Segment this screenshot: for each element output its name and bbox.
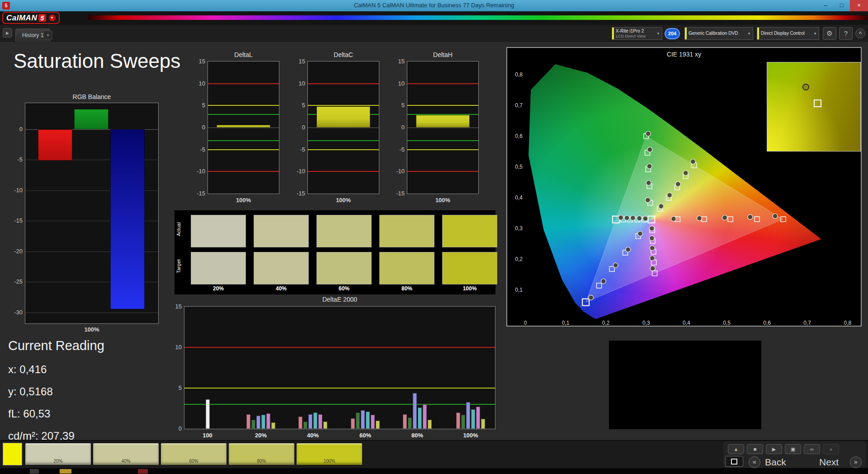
deltaH-bar — [416, 115, 470, 128]
add-tab-button[interactable]: + — [43, 31, 52, 40]
deltae-bar — [466, 402, 470, 429]
back-arrow-button[interactable]: « — [749, 456, 760, 468]
gear-icon[interactable]: ⚙ — [823, 27, 836, 40]
rainbow-stripe — [88, 15, 868, 20]
deltae2000-title: DeltaE 2000 — [184, 296, 495, 303]
expand-arrow-button[interactable]: ▶ — [3, 28, 12, 38]
source-dropdown[interactable]: Generic Calibration DVD ▼ — [684, 27, 753, 40]
minimize-button[interactable]: – — [817, 0, 834, 11]
deltae-bar — [428, 420, 432, 429]
y-tick-label: -15 — [5, 217, 23, 224]
measured-point — [649, 236, 654, 241]
loop-button[interactable]: ∞ — [804, 444, 820, 454]
deltae-bar — [261, 415, 265, 429]
taskbar-app-icon[interactable] — [138, 469, 148, 474]
deltaL-title: DeltaL — [208, 51, 279, 58]
next-button[interactable]: Next — [819, 457, 839, 468]
measured-point — [649, 226, 654, 231]
swatch-column-label: 40% — [276, 285, 287, 292]
deltae-bar — [366, 412, 370, 429]
target-square-icon — [814, 100, 821, 107]
deltae-bar — [256, 416, 260, 429]
folder-icon[interactable] — [60, 469, 71, 474]
swatch-column-label: 60% — [339, 285, 349, 292]
y-tick-label: -5 — [5, 156, 23, 163]
close-button[interactable]: × — [850, 0, 868, 11]
next-arrow-button[interactable]: » — [850, 456, 862, 468]
measured-point — [637, 216, 642, 221]
limit-line — [407, 149, 478, 150]
cie-y-tick: 0,2 — [508, 256, 523, 262]
current-pattern-swatch[interactable] — [3, 443, 22, 465]
app-chrome: CalMAN 5 ▼ — [0, 11, 868, 25]
meter-mode: LCD Direct View — [616, 34, 653, 39]
y-tick-label: -5 — [387, 146, 405, 153]
deltae-bar — [413, 393, 417, 429]
collapse-panel-button[interactable]: ^ — [855, 28, 865, 38]
cie-x-tick: 0,6 — [760, 320, 774, 326]
y-tick-label: 0 — [288, 124, 305, 131]
cie-y-tick: 0,3 — [508, 225, 523, 232]
measured-point — [650, 246, 655, 251]
limit-line — [208, 140, 279, 141]
y-tick-label: 15 — [387, 58, 405, 65]
y-tick-label: 0 — [188, 124, 205, 131]
taskbar-icon[interactable] — [30, 469, 39, 474]
calman-logo[interactable]: CalMAN 5 ▼ — [2, 12, 60, 24]
meter-dropdown[interactable]: X-Rite i1Pro 2 LCD Direct View ▼ — [612, 27, 662, 40]
record-button[interactable]: ● — [823, 444, 839, 454]
rgb-balance-plot: 0-5-10-15-20-25-30 — [25, 103, 159, 324]
play-button[interactable]: ▶ — [766, 444, 782, 454]
cie-y-tick: 0,1 — [508, 287, 523, 293]
deltae-bar — [356, 412, 360, 429]
cie-y-tick: 0,5 — [508, 164, 523, 170]
pattern-swatch-label: 80% — [229, 459, 294, 464]
chevron-down-icon[interactable]: ▼ — [49, 14, 56, 21]
display-control-dropdown[interactable]: Direct Display Control ▼ — [757, 27, 819, 40]
pattern-window-button[interactable]: ▣ — [785, 444, 801, 454]
limit-line — [184, 404, 495, 405]
cie-x-tick: 0,4 — [679, 320, 693, 326]
title-bar: 5 CalMAN 5 CalMAN Ultimate for Business … — [0, 0, 868, 11]
help-icon[interactable]: ? — [839, 27, 853, 40]
actual-swatch-100% — [442, 215, 497, 247]
deltae-group-label: 100 — [203, 432, 212, 439]
y-tick-label: 15 — [288, 58, 305, 65]
pattern-swatch-100%[interactable]: 100% — [296, 443, 363, 465]
pattern-display-button[interactable] — [725, 456, 743, 467]
actual-swatch-40% — [254, 215, 309, 247]
measured-point — [630, 215, 635, 220]
rgb-bar-blue — [110, 129, 145, 309]
deltae-bar — [313, 412, 317, 429]
stop-button[interactable]: ■ — [747, 444, 763, 454]
deltae-bar — [476, 407, 480, 429]
cie-x-tick: 0,8 — [841, 320, 854, 326]
y-tick-label: -10 — [288, 168, 305, 175]
pattern-swatch-60%[interactable]: 60% — [160, 443, 227, 465]
y-tick-label: 15 — [165, 303, 182, 310]
pattern-swatch-label: 100% — [297, 459, 362, 464]
deltaH-xlabel: 100% — [407, 197, 479, 204]
maximize-button[interactable]: □ — [834, 0, 850, 11]
deltae2000-plot: 15105010020%40%60%80%100% — [184, 306, 495, 429]
y-tick-label: 10 — [387, 80, 405, 87]
deltaH-title: DeltaH — [407, 51, 479, 58]
deltaL-plot: 151050-5-10-15 — [208, 61, 279, 194]
saturation-swatch-grid: Actual Target 20%40%60%80%100% — [175, 210, 495, 294]
target-swatch-20% — [191, 252, 246, 284]
measured-point — [773, 213, 778, 218]
limit-line — [184, 388, 495, 389]
eject-button[interactable]: ▲ — [728, 444, 744, 454]
deltae-group-label: 80% — [411, 432, 423, 439]
pattern-swatch-20%[interactable]: 20% — [25, 443, 91, 465]
cie-x-tick: 0,2 — [599, 320, 613, 326]
y-tick-label: -15 — [188, 190, 205, 197]
pattern-swatch-80%[interactable]: 80% — [228, 443, 295, 465]
pattern-swatch-40%[interactable]: 40% — [93, 443, 159, 465]
chevron-down-icon: ▼ — [655, 32, 662, 36]
back-button[interactable]: Back — [765, 457, 786, 468]
target-swatch-80% — [379, 252, 434, 284]
measured-point — [638, 231, 643, 236]
limit-line — [184, 347, 495, 348]
meter-label: X-Rite i1Pro 2 LCD Direct View — [614, 28, 655, 39]
